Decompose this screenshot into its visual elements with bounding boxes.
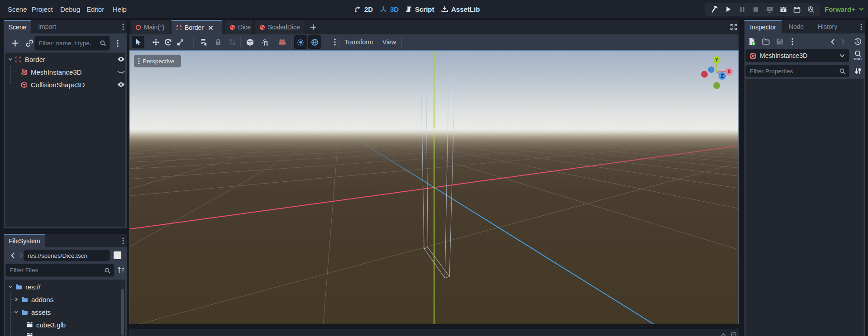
chevron-down-icon[interactable] — [839, 54, 845, 58]
tab-history[interactable]: History — [811, 20, 844, 33]
file-sort-icon[interactable] — [117, 266, 125, 274]
scrollbar-thumb[interactable] — [121, 289, 124, 336]
scene-tab-border[interactable]: Border — [171, 20, 222, 34]
tree-row-meshinstance3d[interactable]: MeshInstance3D — [5, 66, 125, 78]
tab-node[interactable]: Node — [782, 20, 811, 33]
node-name-bar[interactable]: MeshInstance3D — [745, 49, 849, 62]
inspector-filter-field[interactable] — [745, 65, 849, 77]
nav-back-icon[interactable] — [10, 252, 15, 259]
gizmo-axis-ball[interactable] — [701, 71, 708, 78]
gizmo-axis-ball[interactable] — [708, 66, 715, 73]
scene-filter-input[interactable] — [35, 36, 110, 50]
transform-menu[interactable]: Transform — [344, 34, 373, 50]
new-resource-icon[interactable] — [748, 38, 756, 46]
tree-row-border[interactable]: Border — [5, 53, 125, 66]
visibility-eye-closed-icon[interactable] — [117, 71, 125, 75]
resource-options-icon[interactable] — [792, 38, 793, 45]
collapse-chevron-icon[interactable] — [8, 284, 13, 289]
stop-button[interactable] — [750, 4, 761, 15]
history-back-icon[interactable] — [830, 38, 835, 45]
rotate-tool-button[interactable] — [162, 36, 174, 48]
play-remote-debug-button[interactable] — [764, 4, 775, 15]
play-scene-button[interactable] — [778, 4, 789, 15]
fs-row-res[interactable]: res:// — [5, 280, 122, 293]
filesystem-dock-menu-icon[interactable] — [122, 237, 124, 244]
visibility-eye-icon[interactable] — [117, 81, 125, 88]
history-forward-icon[interactable] — [841, 38, 845, 45]
sun-environment-settings-icon[interactable] — [329, 36, 341, 48]
tab-filesystem[interactable]: FileSystem — [4, 234, 45, 247]
tree-row-collisionshape3d[interactable]: CollisionShape3D — [5, 78, 125, 91]
instance-scene-link-button[interactable] — [26, 39, 33, 47]
camera-preview-button[interactable] — [276, 36, 288, 48]
rebuild-hammer-button[interactable] — [709, 4, 720, 15]
filesystem-filter-field[interactable] — [5, 264, 114, 277]
tab-inspector[interactable]: Inspector — [744, 20, 782, 33]
gizmo-axis-ball[interactable] — [713, 82, 720, 89]
save-resource-icon[interactable] — [776, 38, 783, 45]
fs-row-assets[interactable]: assets — [5, 306, 122, 318]
inspector-properties-panel[interactable] — [745, 79, 864, 336]
group-selected-button[interactable] — [226, 36, 238, 48]
bottom-panel[interactable] — [129, 329, 739, 336]
open-documentation-icon[interactable]: DOC — [853, 50, 862, 61]
add-node-button[interactable] — [11, 39, 19, 47]
fs-row-addons[interactable]: addons — [5, 293, 122, 306]
scene-dock-menu-icon[interactable] — [122, 24, 124, 30]
list-select-tool-button[interactable] — [197, 36, 210, 48]
close-icon[interactable] — [208, 25, 213, 30]
scrollbar-track[interactable] — [121, 281, 124, 336]
preview-sunlight-button[interactable] — [294, 35, 307, 49]
inspector-dock-menu-icon[interactable] — [860, 24, 862, 30]
menu-scene[interactable]: Scene — [8, 0, 27, 18]
tab-scene[interactable]: Scene — [4, 20, 31, 33]
load-resource-folder-icon[interactable] — [762, 38, 770, 45]
tab-3d-editor[interactable]: 3D — [380, 0, 399, 18]
scene-tab-scaleddice[interactable]: ScaledDice — [254, 20, 304, 34]
menu-project[interactable]: Project — [32, 0, 53, 18]
scene-tab-dice[interactable]: Dice — [224, 20, 253, 34]
viewport-3d[interactable]: Y X Z — [129, 51, 739, 324]
tab-2d-editor[interactable]: 2D — [354, 0, 373, 18]
make-floating-icon[interactable] — [731, 332, 737, 336]
snap-toggle-button[interactable] — [259, 36, 272, 48]
edited-objects-history-icon[interactable] — [854, 38, 862, 46]
path-input[interactable] — [24, 250, 110, 261]
collapse-chevron-icon[interactable] — [8, 57, 13, 62]
pause-button[interactable] — [737, 4, 748, 15]
scene-tree-menu-icon[interactable] — [117, 40, 119, 47]
tab-import[interactable]: Import — [31, 20, 63, 33]
menu-editor[interactable]: Editor — [86, 0, 104, 18]
view-menu[interactable]: View — [382, 34, 396, 50]
split-mode-toggle-icon[interactable] — [113, 251, 122, 260]
play-button[interactable] — [723, 4, 734, 15]
move-tool-button[interactable] — [149, 36, 162, 48]
expand-chevron-icon[interactable] — [14, 297, 19, 302]
visibility-eye-icon[interactable] — [117, 56, 125, 62]
tab-assetlib[interactable]: AssetLib — [441, 0, 480, 18]
add-scene-tab-icon[interactable] — [310, 24, 316, 30]
path-breadcrumb-field[interactable] — [24, 250, 110, 261]
inspector-filter-input[interactable] — [746, 65, 849, 77]
nav-forward-icon[interactable] — [19, 252, 24, 259]
renderer-dropdown[interactable]: Forward+ — [825, 0, 864, 18]
scene-filter-field[interactable] — [34, 36, 110, 51]
scale-tool-button[interactable] — [174, 36, 186, 48]
fs-row-partial[interactable] — [5, 331, 122, 336]
movie-maker-button[interactable] — [806, 4, 816, 15]
projection-menu-button[interactable]: Perspective — [134, 55, 181, 67]
play-custom-scene-button[interactable] — [792, 4, 802, 15]
local-space-button[interactable] — [243, 36, 256, 48]
expand-bottom-panel-icon[interactable] — [720, 332, 726, 336]
tab-script-editor[interactable]: Script — [405, 0, 434, 18]
lock-selected-button[interactable] — [212, 36, 224, 48]
select-tool-button[interactable] — [132, 36, 144, 48]
preview-environment-button[interactable] — [308, 35, 321, 49]
scene-tab-main[interactable]: Main(*) — [130, 20, 169, 34]
menu-debug[interactable]: Debug — [60, 0, 80, 18]
distraction-free-icon[interactable] — [730, 24, 737, 31]
collapse-chevron-icon[interactable] — [14, 309, 19, 315]
property-filter-options-icon[interactable] — [854, 67, 862, 75]
menu-help[interactable]: Help — [113, 0, 127, 18]
filesystem-filter-input[interactable] — [6, 264, 114, 276]
